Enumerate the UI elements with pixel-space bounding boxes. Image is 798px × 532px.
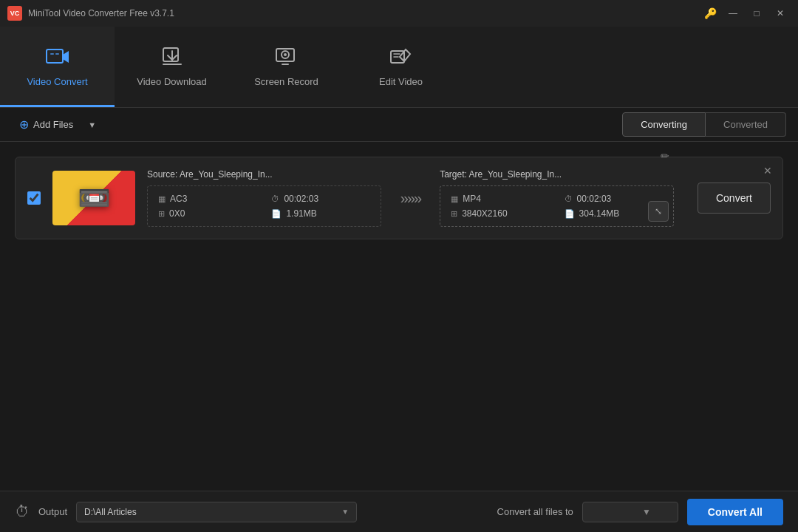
cassette-icon: 📼 xyxy=(78,183,111,214)
plus-icon: ⊕ xyxy=(19,117,29,132)
convert-all-format-dropdown[interactable]: ▼ xyxy=(582,502,678,522)
convert-all-arrow: ▼ xyxy=(642,507,651,517)
tab-video-convert[interactable]: Video Convert xyxy=(0,27,115,107)
source-size: 1.91MB xyxy=(286,208,316,219)
screen-record-icon xyxy=(275,47,299,70)
window-controls: — □ ✕ xyxy=(723,6,791,21)
target-codec-icon: ▦ xyxy=(451,194,458,204)
target-codec-item: ▦ MP4 xyxy=(451,194,549,204)
file-thumbnail: 📼 xyxy=(52,171,135,225)
toolbar: ⊕ Add Files ▼ Converting Converted xyxy=(0,108,798,142)
main-content: 📼 Source: Are_You_Sleeping_In... ▦ AC3 ⏱… xyxy=(0,142,798,491)
video-convert-icon xyxy=(46,47,69,70)
source-filename: Are_You_Sleeping_In... xyxy=(180,169,273,180)
tab-screen-record-label: Screen Record xyxy=(254,76,318,87)
add-files-label: Add Files xyxy=(33,119,73,130)
target-size: 304.14MB xyxy=(579,208,620,219)
tab-edit-video[interactable]: Edit Video xyxy=(344,27,458,107)
svg-point-8 xyxy=(284,53,287,56)
target-label-text: Target: xyxy=(440,169,467,180)
file-card: 📼 Source: Are_You_Sleeping_In... ▦ AC3 ⏱… xyxy=(15,157,783,239)
svg-rect-0 xyxy=(47,50,63,63)
target-size-icon: 📄 xyxy=(565,209,575,219)
nav-tabs: Video Convert Video Download Screen Reco… xyxy=(0,27,798,108)
source-codec: AC3 xyxy=(170,194,187,204)
codec-icon: ▦ xyxy=(158,194,166,204)
target-filename: Are_You_Sleeping_In... xyxy=(469,169,562,180)
target-info-box: ▦ MP4 ⏱ 00:02:03 ⊞ 3840X2160 📄 304.14MB … xyxy=(440,185,674,227)
arrow-chevrons: »»» xyxy=(400,190,420,207)
source-label-row: Source: Are_You_Sleeping_In... xyxy=(147,169,381,180)
source-resolution: 0X0 xyxy=(169,208,185,219)
tab-video-download[interactable]: Video Download xyxy=(115,27,229,107)
tab-edit-video-label: Edit Video xyxy=(379,76,423,87)
output-path-dropdown[interactable]: D:\All Articles ▼ xyxy=(76,502,357,522)
size-icon: 📄 xyxy=(271,209,282,219)
tab-screen-record[interactable]: Screen Record xyxy=(229,27,344,107)
add-files-dropdown[interactable]: ▼ xyxy=(82,116,102,134)
target-section: ✏ Target: Are_You_Sleeping_In... ▦ MP4 ⏱… xyxy=(440,169,674,227)
convert-all-button[interactable]: Convert All xyxy=(687,499,783,525)
svg-rect-1 xyxy=(50,53,54,55)
resolution-icon: ⊞ xyxy=(158,209,165,219)
convert-button[interactable]: Convert xyxy=(698,183,771,214)
bottom-bar: ⏱ Output D:\All Articles ▼ Convert all f… xyxy=(0,491,798,532)
target-resolution-item: ⊞ 3840X2160 xyxy=(451,208,549,219)
convert-all-files-label: Convert all files to xyxy=(497,506,573,517)
sub-tab-converted[interactable]: Converted xyxy=(706,112,786,137)
app-title: MiniTool Video Converter Free v3.7.1 xyxy=(28,8,704,18)
source-codec-item: ▦ AC3 xyxy=(158,194,256,204)
video-download-icon xyxy=(160,47,184,70)
close-button[interactable]: ✕ xyxy=(770,6,791,21)
sub-tab-converting[interactable]: Converting xyxy=(622,112,706,137)
output-path-text: D:\All Articles xyxy=(84,507,137,517)
edit-video-icon xyxy=(389,47,413,70)
output-path-arrow: ▼ xyxy=(341,508,349,516)
target-resolution: 3840X2160 xyxy=(462,208,507,219)
app-logo: VC xyxy=(7,6,22,21)
tab-video-convert-label: Video Convert xyxy=(27,76,87,87)
source-resolution-item: ⊞ 0X0 xyxy=(158,208,256,219)
source-size-item: 📄 1.91MB xyxy=(271,208,369,219)
source-label-text: Source: xyxy=(147,169,177,180)
source-info-box: ▦ AC3 ⏱ 00:02:03 ⊞ 0X0 📄 1.91MB xyxy=(147,185,381,227)
key-icon[interactable]: 🔑 xyxy=(704,7,717,19)
sub-tabs: Converting Converted xyxy=(622,112,786,137)
target-duration: 00:02:03 xyxy=(577,194,612,204)
tab-video-download-label: Video Download xyxy=(137,76,206,87)
arrow-section: »»» xyxy=(393,190,428,207)
maximize-button[interactable]: □ xyxy=(746,6,767,21)
source-duration: 00:02:03 xyxy=(284,194,318,204)
target-label-row: Target: Are_You_Sleeping_In... xyxy=(440,169,674,180)
target-codec: MP4 xyxy=(463,194,481,204)
target-clock-icon: ⏱ xyxy=(565,194,573,203)
target-resolution-icon: ⊞ xyxy=(451,209,457,219)
close-card-button[interactable]: ✕ xyxy=(759,163,777,178)
output-label: Output xyxy=(38,506,67,517)
thumbnail-image: 📼 xyxy=(52,171,135,225)
source-duration-item: ⏱ 00:02:03 xyxy=(271,194,369,204)
resize-button[interactable]: ⤡ xyxy=(648,201,669,222)
file-checkbox[interactable] xyxy=(27,191,41,205)
add-files-button[interactable]: ⊕ Add Files xyxy=(12,113,81,136)
edit-target-button[interactable]: ✏ xyxy=(656,149,674,163)
svg-rect-2 xyxy=(55,53,59,55)
minimize-button[interactable]: — xyxy=(723,6,743,21)
title-bar: VC MiniTool Video Converter Free v3.7.1 … xyxy=(0,0,798,27)
clock-icon: ⏱ xyxy=(271,194,279,203)
output-clock-icon: ⏱ xyxy=(15,503,30,520)
source-section: Source: Are_You_Sleeping_In... ▦ AC3 ⏱ 0… xyxy=(147,169,381,227)
